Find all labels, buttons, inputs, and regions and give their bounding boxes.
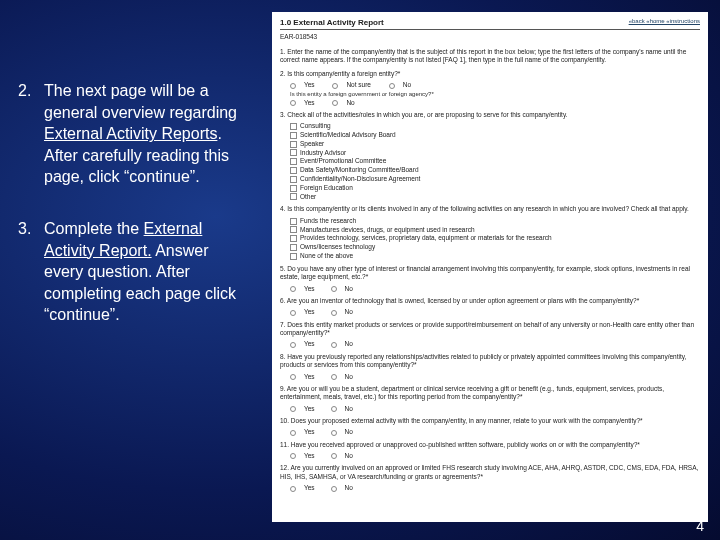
checkbox-icon[interactable] [290, 185, 297, 192]
radio-icon[interactable] [331, 486, 337, 492]
checkbox-icon[interactable] [290, 244, 297, 251]
checkbox-row: Scientific/Medical Advisory Board [290, 131, 700, 139]
checkbox-label: Owns/licenses technology [300, 243, 375, 250]
checkbox-label: Funds the research [300, 217, 356, 224]
checkbox-row: Consulting [290, 122, 700, 130]
checkbox-label: Foreign Education [300, 184, 353, 191]
step-2-text: The next page will be a general overview… [44, 80, 243, 188]
checkbox-row: Funds the research [290, 217, 700, 225]
checkbox-icon[interactable] [290, 226, 297, 233]
question-9: 9. Are you or will you be a student, dep… [280, 385, 700, 402]
checkbox-row: Speaker [290, 140, 700, 148]
instruction-panel: 2. The next page will be a general overv… [18, 80, 243, 356]
form-title: 1.0 External Activity Report [280, 18, 384, 27]
checkbox-row: None of the above [290, 252, 700, 260]
radio-icon[interactable] [290, 286, 296, 292]
checkbox-row: Data Safety/Monitoring Committee/Board [290, 166, 700, 174]
step-3: 3. Complete the External Activity Report… [18, 218, 243, 326]
checkbox-row: Event/Promotional Committee [290, 157, 700, 165]
checkbox-icon[interactable] [290, 132, 297, 139]
form-screenshot: 1.0 External Activity Report «back «home… [272, 12, 708, 522]
radio-icon[interactable] [290, 406, 296, 412]
checkbox-icon[interactable] [290, 141, 297, 148]
checkbox-label: Industry Advisor [300, 149, 346, 156]
q2b-options: Yes No [290, 99, 700, 106]
checkbox-label: Speaker [300, 140, 324, 147]
checkbox-icon[interactable] [290, 149, 297, 156]
radio-icon[interactable] [331, 453, 337, 459]
ear-id: EAR-018543 [280, 33, 700, 40]
radio-icon[interactable] [331, 342, 337, 348]
radio-icon[interactable] [331, 286, 337, 292]
checkbox-label: Provides technology, services, proprieta… [300, 234, 552, 241]
radio-icon[interactable] [331, 310, 337, 316]
radio-icon[interactable] [290, 83, 296, 89]
question-4: 4. Is this company/entity or its clients… [280, 205, 700, 213]
radio-icon[interactable] [290, 310, 296, 316]
radio-icon[interactable] [331, 374, 337, 380]
form-nav-links[interactable]: «back «home «instructions [629, 18, 700, 27]
radio-icon[interactable] [290, 430, 296, 436]
checkbox-row: Foreign Education [290, 184, 700, 192]
radio-icon[interactable] [389, 83, 395, 89]
question-6: 6. Are you an inventor of technology tha… [280, 297, 700, 305]
checkbox-label: None of the above [300, 252, 353, 259]
checkbox-icon[interactable] [290, 158, 297, 165]
checkbox-icon[interactable] [290, 193, 297, 200]
question-2: 2. Is this company/entity a foreign enti… [280, 70, 700, 78]
external-activity-reports-link: External Activity Reports [44, 125, 217, 142]
radio-icon[interactable] [290, 374, 296, 380]
checkbox-label: Consulting [300, 122, 331, 129]
checkbox-icon[interactable] [290, 218, 297, 225]
question-12: 12. Are you currently involved on an app… [280, 464, 700, 481]
step-2: 2. The next page will be a general overv… [18, 80, 243, 188]
checkbox-label: Data Safety/Monitoring Committee/Board [300, 166, 419, 173]
checkbox-icon[interactable] [290, 123, 297, 130]
checkbox-label: Scientific/Medical Advisory Board [300, 131, 396, 138]
checkbox-row: Industry Advisor [290, 149, 700, 157]
checkbox-row: Owns/licenses technology [290, 243, 700, 251]
radio-icon[interactable] [290, 342, 296, 348]
question-7: 7. Does this entity market products or s… [280, 321, 700, 338]
checkbox-icon[interactable] [290, 176, 297, 183]
checkbox-row: Confidentiality/Non-Disclosure Agreement [290, 175, 700, 183]
question-2b: Is this entity a foreign government or f… [290, 91, 700, 97]
q4-checklist: Funds the researchManufactures devices, … [290, 217, 700, 260]
radio-icon[interactable] [332, 100, 338, 106]
step-3-text: Complete the External Activity Report. A… [44, 218, 243, 326]
question-10: 10. Does your proposed external activity… [280, 417, 700, 425]
step-3-number: 3. [18, 218, 31, 240]
radio-icon[interactable] [331, 406, 337, 412]
checkbox-label: Event/Promotional Committee [300, 157, 386, 164]
step-2-number: 2. [18, 80, 31, 102]
question-11: 11. Have you received approved or unappr… [280, 441, 700, 449]
checkbox-icon[interactable] [290, 167, 297, 174]
radio-icon[interactable] [331, 430, 337, 436]
radio-icon[interactable] [290, 453, 296, 459]
question-5: 5. Do you have any other type of interes… [280, 265, 700, 282]
checkbox-icon[interactable] [290, 253, 297, 260]
checkbox-row: Other [290, 193, 700, 201]
radio-icon[interactable] [332, 83, 338, 89]
checkbox-label: Confidentiality/Non-Disclosure Agreement [300, 175, 420, 182]
checkbox-row: Provides technology, services, proprieta… [290, 234, 700, 242]
question-8: 8. Have you previously reported any rela… [280, 353, 700, 370]
question-1: 1. Enter the name of the company/entity … [280, 48, 700, 65]
checkbox-label: Manufactures devices, drugs, or equipmen… [300, 226, 475, 233]
q2-options: Yes Not sure No [290, 81, 700, 88]
checkbox-label: Other [300, 193, 316, 200]
checkbox-row: Manufactures devices, drugs, or equipmen… [290, 226, 700, 234]
question-3: 3. Check all of the activities/roles in … [280, 111, 700, 119]
radio-icon[interactable] [290, 100, 296, 106]
q3-checklist: ConsultingScientific/Medical Advisory Bo… [290, 122, 700, 200]
radio-icon[interactable] [290, 486, 296, 492]
checkbox-icon[interactable] [290, 235, 297, 242]
page-number: 4 [696, 518, 704, 534]
